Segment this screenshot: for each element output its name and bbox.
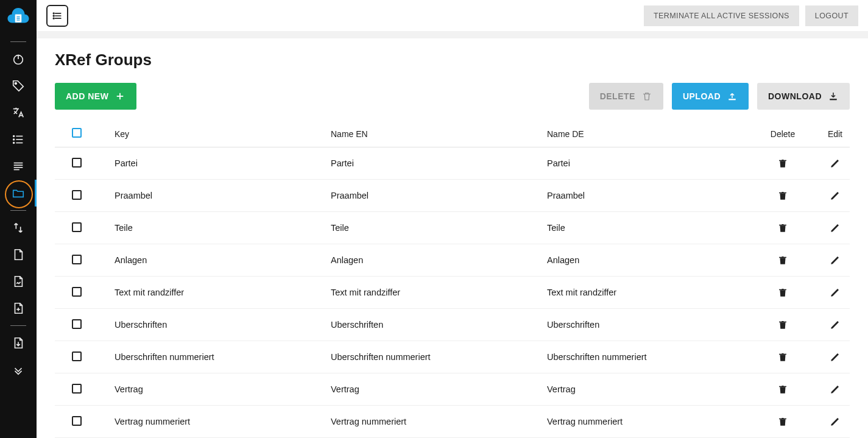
- cell-key: Uberschriften nummeriert: [110, 341, 326, 373]
- sidebar-item-transfer[interactable]: [0, 214, 37, 241]
- row-edit-button[interactable]: [828, 414, 842, 429]
- row-delete-button[interactable]: [775, 221, 790, 235]
- left-sidebar: [0, 0, 37, 438]
- delete-button: DELETE: [589, 83, 663, 110]
- svg-point-11: [13, 139, 15, 140]
- row-edit-button[interactable]: [828, 317, 842, 332]
- sidebar-item-file[interactable]: [0, 241, 37, 268]
- content-area: XRef Groups ADD NEW DELETE UPLOAD DOWNLO…: [37, 38, 868, 438]
- col-header-edit: Edit: [807, 121, 850, 147]
- download-label: DOWNLOAD: [768, 91, 822, 101]
- menu-toggle-button[interactable]: [46, 5, 68, 27]
- row-delete-button[interactable]: [775, 156, 790, 171]
- cell-name-de: Teile: [542, 212, 758, 244]
- terminate-sessions-button[interactable]: TERMINATE ALL ACTIVE SESSIONS: [644, 5, 799, 26]
- row-delete-button[interactable]: [775, 253, 790, 267]
- sidebar-item-power[interactable]: [0, 46, 37, 72]
- sidebar-item-list[interactable]: [0, 126, 37, 153]
- cell-name-en: Anlagen: [326, 244, 542, 277]
- svg-point-22: [53, 13, 54, 14]
- sidebar-item-file-image[interactable]: [0, 268, 37, 295]
- row-checkbox[interactable]: [72, 222, 82, 232]
- svg-rect-28: [830, 99, 837, 101]
- svg-point-24: [53, 18, 54, 19]
- cell-name-en: Vertrag nummeriert: [326, 406, 542, 438]
- upload-icon: [727, 91, 738, 102]
- cell-name-en: Praambel: [326, 180, 542, 212]
- toolbar: ADD NEW DELETE UPLOAD DOWNLOAD: [55, 83, 850, 110]
- row-checkbox[interactable]: [72, 255, 82, 264]
- row-edit-button[interactable]: [828, 350, 842, 364]
- sidebar-item-text-lines[interactable]: [0, 153, 37, 180]
- row-edit-button[interactable]: [828, 285, 842, 300]
- row-delete-button[interactable]: [775, 188, 790, 203]
- row-checkbox[interactable]: [72, 416, 82, 426]
- sidebar-item-translate[interactable]: [0, 99, 37, 126]
- col-header-name-en[interactable]: Name EN: [326, 121, 542, 147]
- row-delete-button[interactable]: [775, 317, 790, 332]
- svg-rect-1: [16, 16, 19, 17]
- cell-name-en: Partei: [326, 147, 542, 180]
- row-checkbox[interactable]: [72, 351, 82, 361]
- sidebar-item-tag[interactable]: [0, 72, 37, 99]
- cell-name-de: Vertrag: [542, 373, 758, 406]
- row-delete-button[interactable]: [775, 350, 790, 364]
- cell-name-en: Text mit randziffer: [326, 277, 542, 309]
- table-row: Uberschriften nummeriertUberschriften nu…: [55, 341, 850, 373]
- row-edit-button[interactable]: [828, 156, 842, 171]
- row-checkbox[interactable]: [72, 158, 82, 168]
- header-divider: [37, 31, 868, 38]
- upload-label: UPLOAD: [683, 91, 721, 101]
- row-delete-button[interactable]: [775, 285, 790, 300]
- cell-name-en: Uberschriften: [326, 309, 542, 341]
- cell-key: Partei: [110, 147, 326, 180]
- cell-name-de: Uberschriften: [542, 309, 758, 341]
- sidebar-item-expand[interactable]: [0, 356, 37, 383]
- row-delete-button[interactable]: [775, 382, 790, 397]
- cell-name-de: Uberschriften nummeriert: [542, 341, 758, 373]
- download-button[interactable]: DOWNLOAD: [757, 83, 850, 110]
- table-row: AnlagenAnlagenAnlagen: [55, 244, 850, 277]
- row-checkbox[interactable]: [72, 287, 82, 297]
- cell-name-en: Uberschriften nummeriert: [326, 341, 542, 373]
- cell-name-de: Text mit randziffer: [542, 277, 758, 309]
- topbar: TERMINATE ALL ACTIVE SESSIONS LOGOUT: [37, 0, 868, 31]
- download-icon: [828, 91, 839, 102]
- data-table: Key Name EN Name DE Delete Edit ParteiPa…: [55, 121, 850, 438]
- col-header-key[interactable]: Key: [110, 121, 326, 147]
- cell-key: Teile: [110, 212, 326, 244]
- svg-rect-27: [729, 99, 736, 101]
- select-all-checkbox[interactable]: [72, 128, 82, 138]
- cell-name-de: Partei: [542, 147, 758, 180]
- row-edit-button[interactable]: [828, 253, 842, 267]
- col-header-delete: Delete: [758, 121, 807, 147]
- sidebar-divider: [10, 325, 26, 326]
- sidebar-item-folder[interactable]: [0, 180, 37, 207]
- sidebar-item-file-pdf[interactable]: [0, 330, 37, 356]
- cell-key: Text mit randziffer: [110, 277, 326, 309]
- add-new-button[interactable]: ADD NEW: [55, 83, 136, 110]
- table-row: Text mit randzifferText mit randzifferTe…: [55, 277, 850, 309]
- table-row: ParteiParteiPartei: [55, 147, 850, 180]
- cell-name-de: Vertrag nummeriert: [542, 406, 758, 438]
- sidebar-item-file-plus[interactable]: [0, 295, 37, 322]
- upload-button[interactable]: UPLOAD: [672, 83, 749, 110]
- svg-point-10: [13, 136, 15, 137]
- main-area: TERMINATE ALL ACTIVE SESSIONS LOGOUT XRe…: [37, 0, 868, 438]
- cell-name-en: Vertrag: [326, 373, 542, 406]
- page-title: XRef Groups: [55, 51, 850, 69]
- logout-button[interactable]: LOGOUT: [805, 5, 858, 26]
- table-row: Vertrag nummeriertVertrag nummeriertVert…: [55, 406, 850, 438]
- col-header-name-de[interactable]: Name DE: [542, 121, 758, 147]
- row-edit-button[interactable]: [828, 382, 842, 397]
- delete-label: DELETE: [600, 91, 635, 101]
- row-delete-button[interactable]: [775, 414, 790, 429]
- row-checkbox[interactable]: [72, 384, 82, 394]
- row-checkbox[interactable]: [72, 190, 82, 200]
- svg-rect-2: [16, 18, 19, 19]
- row-edit-button[interactable]: [828, 188, 842, 203]
- row-edit-button[interactable]: [828, 221, 842, 235]
- row-checkbox[interactable]: [72, 319, 82, 329]
- svg-point-23: [53, 15, 54, 16]
- table-row: UberschriftenUberschriftenUberschriften: [55, 309, 850, 341]
